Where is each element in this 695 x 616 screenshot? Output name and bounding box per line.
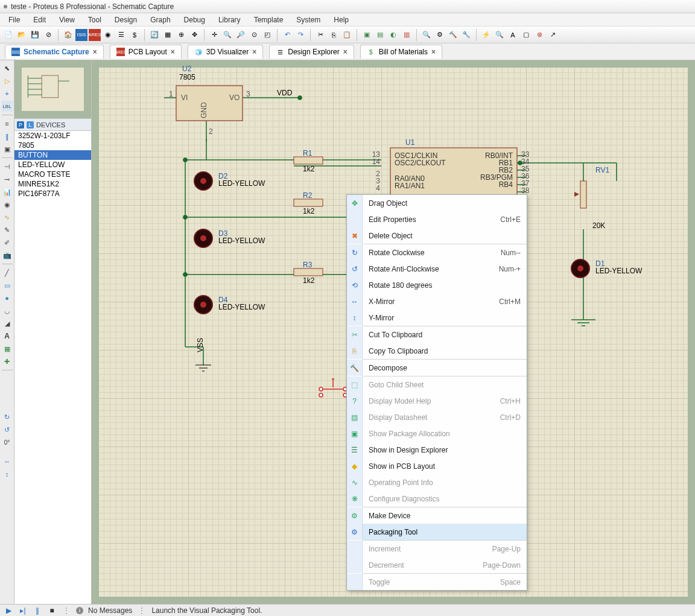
probe-v-icon[interactable]: ✎ (2, 224, 13, 235)
copy-icon[interactable]: ⎘ (328, 29, 340, 41)
tab-3d-visualizer[interactable]: 🧊3D Visualizer× (188, 45, 264, 59)
menu-library[interactable]: Library (212, 14, 247, 25)
tape-icon[interactable]: ◉ (2, 199, 13, 210)
isis-icon[interactable]: ISIS (75, 29, 87, 41)
zoom-center-icon[interactable]: ✛ (208, 29, 220, 41)
menu-item-cut-to-clipboard[interactable]: ✂Cut To Clipboard (347, 326, 527, 343)
new-sheet-icon[interactable]: ▢ (520, 29, 532, 41)
component-mode-icon[interactable]: ▷ (2, 75, 13, 86)
menu-item-packaging-tool[interactable]: ⚙Packaging Tool (347, 524, 527, 540)
arc-2d-icon[interactable]: ◡ (2, 305, 13, 316)
v3d-icon[interactable]: ◉ (102, 29, 114, 41)
mirror-y-icon[interactable]: ↕ (2, 469, 13, 480)
close-icon[interactable]: ⊘ (42, 29, 54, 41)
redo-icon[interactable]: ↷ (294, 29, 306, 41)
menu-item-copy-to-clipboard[interactable]: ⎘Copy To Clipboard (347, 343, 527, 359)
tab-design-explorer[interactable]: ☰Design Explorer× (269, 45, 354, 59)
device-item[interactable]: MACRO TESTE (14, 170, 91, 179)
box-2d-icon[interactable]: ▭ (2, 280, 13, 291)
symbol-2d-icon[interactable]: ▦ (2, 343, 13, 354)
decompose-icon[interactable]: 🔨 (447, 29, 459, 41)
schematic-canvas[interactable]: U2 7805 VI VO GND 1 3 VDD 2 U1 13 14 2 3… (92, 60, 695, 604)
menu-item-make-device[interactable]: ⚙Make Device (347, 507, 527, 524)
refresh-icon[interactable]: 🔄 (148, 29, 160, 41)
exit-icon[interactable]: ↗ (547, 29, 559, 41)
menu-help[interactable]: Help (328, 14, 355, 25)
tab-bill-of-materials[interactable]: $Bill of Materials× (360, 45, 442, 59)
property-assign-icon[interactable]: A (507, 29, 519, 41)
device-item[interactable]: LED-YELLOW (14, 160, 91, 170)
overview-window[interactable] (14, 60, 91, 118)
open-icon[interactable]: 📂 (16, 29, 28, 41)
probe-i-icon[interactable]: ✐ (2, 237, 13, 248)
package-icon[interactable]: ⚙ (434, 29, 446, 41)
save-icon[interactable]: 💾 (29, 29, 41, 41)
device-pin-icon[interactable]: ⊸ (2, 174, 13, 185)
text-script-icon[interactable]: ≡ (2, 118, 13, 129)
pick-icon[interactable]: 🔍 (420, 29, 433, 41)
menu-item-show-in-pcb-layout[interactable]: ◆Show in PCB Layout (347, 458, 527, 474)
menu-graph[interactable]: Graph (144, 14, 176, 25)
close-icon[interactable]: × (93, 48, 97, 56)
mirror-x-icon[interactable]: ↔ (2, 456, 13, 467)
block-rotate-icon[interactable]: ◐ (387, 29, 399, 41)
block-move-icon[interactable]: ▤ (374, 29, 386, 41)
menu-item-rotate-clockwise[interactable]: ↻Rotate ClockwiseNum-- (347, 244, 527, 261)
l-icon[interactable]: L (27, 121, 34, 129)
rotate-cw-icon[interactable]: ↻ (2, 411, 13, 422)
menu-view[interactable]: View (53, 14, 81, 25)
terminal-icon[interactable]: ⊣ (2, 161, 13, 172)
device-item[interactable]: 3252W-1-203LF (14, 131, 91, 141)
zoom-area-icon[interactable]: ◰ (261, 29, 273, 41)
menu-item-x-mirror[interactable]: ↔X-MirrorCtrl+M (347, 293, 527, 310)
device-item[interactable]: PIC16F877A (14, 189, 91, 198)
block-copy-icon[interactable]: ▣ (361, 29, 373, 41)
menu-tool[interactable]: Tool (82, 14, 107, 25)
remove-sheet-icon[interactable]: ⊗ (533, 29, 545, 41)
new-icon[interactable]: 📄 (2, 29, 14, 41)
home-icon[interactable]: 🏠 (62, 29, 74, 41)
origin-icon[interactable]: ⊕ (175, 29, 187, 41)
menu-item-decompose[interactable]: 🔨Decompose (347, 360, 527, 376)
devices-list[interactable]: 3252W-1-203LF7805BUTTONLED-YELLOWMACRO T… (14, 131, 91, 604)
menu-item-show-in-design-explorer[interactable]: ☰Show in Design Explorer (347, 442, 527, 458)
search-icon[interactable]: 🔍 (493, 29, 506, 41)
cut-icon[interactable]: ✂ (314, 29, 326, 41)
instrument-icon[interactable]: 📺 (2, 250, 13, 261)
paste-icon[interactable]: 📋 (341, 29, 353, 41)
rotate-ccw-icon[interactable]: ↺ (2, 424, 13, 435)
browse-icon[interactable]: ☰ (115, 29, 127, 41)
grid-icon[interactable]: ▦ (162, 29, 174, 41)
menu-system[interactable]: System (290, 14, 326, 25)
stop-icon[interactable]: ■ (47, 606, 57, 615)
menu-item-delete-object[interactable]: ✖Delete Object (347, 227, 527, 244)
generator-icon[interactable]: ∿ (2, 212, 13, 223)
menu-item-rotate-anti-clockwise[interactable]: ↺Rotate Anti-ClockwiseNum-+ (347, 261, 527, 277)
device-item[interactable]: BUTTON (14, 150, 91, 160)
junction-icon[interactable]: + (2, 88, 13, 99)
close-icon[interactable]: × (171, 48, 175, 56)
device-item[interactable]: MINRES1K2 (14, 179, 91, 189)
tool-icon[interactable]: 🔧 (460, 29, 472, 41)
tab-schematic-capture[interactable]: ISISSchematic Capture× (5, 45, 104, 59)
zoom-all-icon[interactable]: ⊙ (248, 29, 260, 41)
device-item[interactable]: 7805 (14, 141, 91, 150)
close-icon[interactable]: × (431, 48, 436, 56)
circle-2d-icon[interactable]: ● (2, 293, 13, 303)
text-2d-icon[interactable]: A (2, 331, 13, 341)
wire-autoroute-icon[interactable]: ⚡ (480, 29, 492, 41)
tab-pcb-layout[interactable]: ARESPCB Layout× (110, 45, 182, 59)
menu-debug[interactable]: Debug (178, 14, 211, 25)
close-icon[interactable]: × (343, 48, 348, 56)
path-2d-icon[interactable]: ◢ (2, 318, 13, 329)
close-icon[interactable]: × (252, 48, 256, 56)
subcircuit-icon[interactable]: ▣ (2, 144, 13, 154)
menu-template[interactable]: Template (248, 14, 290, 25)
menu-edit[interactable]: Edit (27, 14, 52, 25)
menu-item-rotate-180-degrees[interactable]: ⟲Rotate 180 degrees (347, 277, 527, 293)
menu-file[interactable]: File (2, 14, 26, 25)
menu-design[interactable]: Design (109, 14, 143, 25)
graph-icon[interactable]: 📊 (2, 186, 13, 197)
marker-icon[interactable]: ✚ (2, 356, 13, 367)
step-icon[interactable]: ▸| (18, 606, 28, 615)
